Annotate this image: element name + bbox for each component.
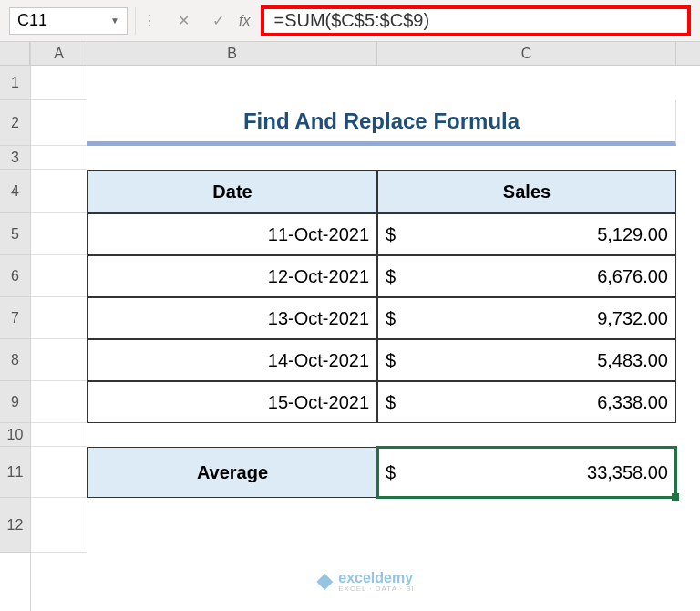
cell-c9-sales[interactable]: $6,338.00 [377, 381, 676, 423]
col-header-a[interactable]: A [31, 42, 88, 65]
cell-a12[interactable] [31, 498, 88, 553]
cell-a3[interactable] [31, 146, 88, 170]
currency-symbol: $ [386, 308, 396, 329]
currency-symbol: $ [386, 350, 396, 371]
vertical-dots-icon: ⋮ [135, 7, 162, 35]
watermark-brand: exceldemy [338, 571, 415, 585]
row-header-4[interactable]: 4 [0, 170, 30, 213]
spreadsheet-grid: 1 2 3 4 5 6 7 8 9 10 11 12 A B C Find [0, 42, 700, 611]
sales-value: 6,676.00 [597, 266, 668, 287]
select-all-corner[interactable] [0, 42, 30, 66]
cell-c3[interactable] [377, 146, 676, 170]
row-header-2[interactable]: 2 [0, 100, 30, 146]
currency-symbol: $ [386, 224, 396, 245]
currency-symbol: $ [386, 392, 396, 413]
cell-a7[interactable] [31, 297, 88, 339]
summary-value-cell[interactable]: $ 33,358.00 [377, 447, 676, 498]
row-header-3[interactable]: 3 [0, 146, 30, 170]
cell-b9-date[interactable]: 15-Oct-2021 [88, 381, 377, 423]
cell-b8-date[interactable]: 14-Oct-2021 [88, 339, 377, 381]
cell-a5[interactable] [31, 213, 88, 255]
cell-a2[interactable] [31, 100, 88, 146]
enter-icon[interactable]: ✓ [204, 7, 232, 35]
cell-c10[interactable] [377, 423, 676, 447]
cell-c7-sales[interactable]: $9,732.00 [377, 297, 676, 339]
cell-c5-sales[interactable]: $5,129.00 [377, 213, 676, 255]
cell-b1[interactable] [88, 66, 377, 100]
cell-b10[interactable] [88, 423, 377, 447]
cell-a1[interactable] [31, 66, 88, 100]
watermark: exceldemy EXCEL · DATA · BI [316, 571, 415, 593]
fill-handle[interactable] [672, 493, 679, 501]
row-header-5[interactable]: 5 [0, 213, 30, 255]
cell-c12[interactable] [377, 498, 676, 553]
row-header-11[interactable]: 11 [0, 447, 30, 498]
formula-text: =SUM($C$5:$C$9) [273, 10, 429, 31]
cell-c6-sales[interactable]: $6,676.00 [377, 255, 676, 297]
col-header-c[interactable]: C [377, 42, 676, 65]
cell-a10[interactable] [31, 423, 88, 447]
sales-value: 5,129.00 [597, 224, 668, 245]
cell-c1[interactable] [377, 66, 676, 100]
fx-icon[interactable]: fx [239, 13, 250, 29]
cell-b6-date[interactable]: 12-Oct-2021 [88, 255, 377, 297]
sales-value: 9,732.00 [597, 308, 668, 329]
cell-b3[interactable] [88, 146, 377, 170]
title-cell[interactable]: Find And Replace Formula [88, 100, 676, 146]
row-header-10[interactable]: 10 [0, 423, 30, 447]
watermark-tag: EXCEL · DATA · BI [338, 585, 415, 593]
cell-b5-date[interactable]: 11-Oct-2021 [88, 213, 377, 255]
cell-a6[interactable] [31, 255, 88, 297]
sales-value: 5,483.00 [597, 350, 668, 371]
cell-a4[interactable] [31, 170, 88, 213]
cell-a8[interactable] [31, 339, 88, 381]
cell-b7-date[interactable]: 13-Oct-2021 [88, 297, 377, 339]
cells-area: Find And Replace Formula Date Sales 11-O… [31, 66, 700, 553]
row-header-12[interactable]: 12 [0, 498, 30, 553]
header-date[interactable]: Date [88, 170, 377, 213]
row-header-7[interactable]: 7 [0, 297, 30, 339]
watermark-logo-icon [316, 574, 333, 590]
column-headers: A B C [31, 42, 700, 66]
summary-label[interactable]: Average [88, 447, 377, 498]
cancel-icon[interactable]: ✕ [170, 7, 197, 35]
name-box-dropdown-icon[interactable]: ▼ [110, 16, 119, 26]
name-box[interactable]: C11 ▼ [9, 7, 128, 35]
summary-value: 33,358.00 [587, 462, 668, 483]
cell-a9[interactable] [31, 381, 88, 423]
row-header-1[interactable]: 1 [0, 66, 30, 100]
row-header-6[interactable]: 6 [0, 255, 30, 297]
currency-symbol: $ [386, 462, 396, 483]
currency-symbol: $ [386, 266, 396, 287]
cell-a11[interactable] [31, 447, 88, 498]
formula-input[interactable]: =SUM($C$5:$C$9) [261, 5, 691, 36]
row-header-9[interactable]: 9 [0, 381, 30, 423]
sales-value: 6,338.00 [597, 392, 668, 413]
formula-bar: C11 ▼ ⋮ ✕ ✓ fx =SUM($C$5:$C$9) [0, 0, 700, 42]
header-sales[interactable]: Sales [377, 170, 676, 213]
row-headers: 1 2 3 4 5 6 7 8 9 10 11 12 [0, 42, 31, 611]
name-box-value: C11 [17, 11, 47, 30]
cell-c8-sales[interactable]: $5,483.00 [377, 339, 676, 381]
row-header-8[interactable]: 8 [0, 339, 30, 381]
col-header-b[interactable]: B [88, 42, 377, 65]
cell-b12[interactable] [88, 498, 377, 553]
